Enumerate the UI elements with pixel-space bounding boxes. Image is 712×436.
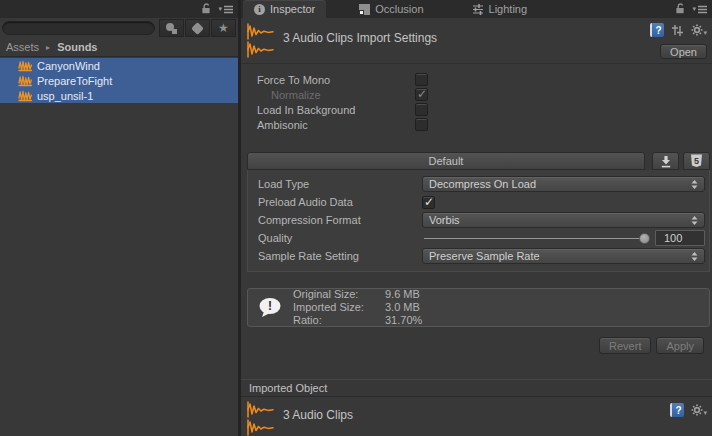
search-by-type-icon [166,23,177,34]
tab-inspector[interactable]: i Inspector [243,0,326,18]
size-info-box: Original Size: 9.6 MB Imported Size: 3.0… [247,288,710,327]
info-icon: i [254,4,265,15]
occlusion-icon [359,4,370,15]
info-label: Ratio: [293,314,385,327]
audio-clip-icon [18,75,33,87]
info-value: 9.6 MB [385,288,420,301]
imported-object-bar: Imported Object [241,379,712,397]
setting-label: Quality [248,232,422,244]
imported-object-title: 3 Audio Clips [283,408,353,422]
ambisonic-checkbox[interactable] [415,118,428,131]
platform-tabs: Default [247,152,710,170]
list-item[interactable]: CanyonWind [0,58,238,73]
menu-caret-icon: ▾ [218,6,222,12]
apply-button[interactable]: Apply [656,337,704,354]
gear-icon[interactable]: ▾ [691,24,707,36]
tab-lighting[interactable]: Lighting [461,0,539,18]
breadcrumb-arrow-icon: ▸ [46,43,50,52]
info-row: Original Size: 9.6 MB [293,288,422,301]
audio-clip-icon [18,60,33,72]
search-favorites-button[interactable]: ★ [211,19,236,37]
file-name: PrepareToFight [37,75,112,87]
setting-label: Load Type [248,178,422,190]
option-label: Force To Mono [241,74,415,86]
compression-format-dropdown[interactable]: Vorbis [422,212,705,228]
option-label: Ambisonic [241,119,415,131]
unity-editor-window: ▾ ★ Assets ▸ Sounds [0,0,712,436]
setting-label: Sample Rate Setting [248,250,422,262]
info-value: 3.0 MB [385,301,420,314]
panel-menu-icon[interactable]: ▾ [218,5,233,14]
force-to-mono-checkbox[interactable] [415,73,428,86]
preload-audio-data-checkbox[interactable]: ✓ [422,196,435,209]
notice-bubble-icon [258,297,284,319]
file-name: CanyonWind [37,60,100,72]
menu-caret-icon: ▾ [692,6,696,12]
star-icon: ★ [218,23,229,33]
tab-label: Inspector [270,3,315,15]
setting-label: Compression Format [248,214,422,226]
asset-list: CanyonWind PrepareToFight usp_unsil-1 [0,57,238,103]
platform-tab-webgl[interactable] [683,152,710,170]
sample-rate-dropdown[interactable]: Preserve Sample Rate [422,248,705,264]
setting-quality: Quality 100 [248,229,705,247]
project-panel: ▾ ★ Assets ▸ Sounds [0,0,238,436]
inspector-panel: i Inspector Occlusion Lighting ▾ [241,0,712,436]
search-by-type-button[interactable] [159,19,184,37]
dropdown-value: Decompress On Load [429,178,536,190]
breadcrumb: Assets ▸ Sounds [0,38,238,57]
search-by-label-button[interactable] [185,19,210,37]
info-row: Imported Size: 3.0 MB [293,301,422,314]
search-input[interactable] [2,21,155,35]
platform-settings-body: Load Type Decompress On Load Preload Aud… [247,170,710,272]
breadcrumb-assets[interactable]: Assets [6,41,39,53]
info-label: Imported Size: [293,301,385,314]
quality-slider[interactable] [422,230,647,246]
project-search-row: ★ [0,18,238,38]
revert-button[interactable]: Revert [599,337,651,354]
gear-icon[interactable]: ▾ [691,404,707,416]
quality-value-field[interactable]: 100 [655,230,705,246]
audio-clip-icon [246,23,276,59]
help-icon[interactable]: ? [650,23,664,37]
platform-tab-default[interactable]: Default [247,152,645,170]
list-item[interactable]: usp_unsil-1 [0,88,238,103]
preset-icon[interactable] [671,24,684,37]
dropdown-value: Preserve Sample Rate [429,250,540,262]
html5-icon [690,154,703,168]
gear-caret-icon: ▾ [703,30,707,36]
list-item[interactable]: PrepareToFight [0,73,238,88]
option-label: Load In Background [241,104,415,116]
tab-label: Occlusion [375,3,423,15]
info-value: 31.70% [385,314,422,327]
platform-tab-standalone[interactable] [652,152,679,170]
option-normalize: Normalize ✓ [241,87,712,102]
imported-object-header: 3 Audio Clips ? ▾ [241,397,712,436]
file-name: usp_unsil-1 [37,90,93,102]
dropdown-arrows-icon [691,216,698,225]
label-tag-icon [191,22,204,35]
gear-caret-icon: ▾ [703,410,707,416]
breadcrumb-current-folder[interactable]: Sounds [57,41,97,53]
help-icon[interactable]: ? [670,403,684,417]
checkmark-icon: ✓ [424,195,434,209]
lock-icon[interactable] [675,2,685,16]
dropdown-arrows-icon [691,252,698,261]
download-icon [659,155,673,168]
option-label: Normalize [241,89,415,101]
slider-knob[interactable] [639,233,650,244]
panel-menu-icon[interactable]: ▾ [692,5,707,14]
load-type-dropdown[interactable]: Decompress On Load [422,176,705,192]
tab-occlusion[interactable]: Occlusion [348,0,434,18]
import-options: Force To Mono Normalize ✓ Load In Backgr… [241,64,712,132]
setting-compression-format: Compression Format Vorbis [248,211,705,229]
setting-label: Preload Audio Data [248,196,422,208]
option-force-to-mono: Force To Mono [241,72,712,87]
load-in-background-checkbox[interactable] [415,103,428,116]
slider-track [424,238,644,239]
apply-revert-row: Revert Apply [241,337,712,354]
open-button[interactable]: Open [660,44,707,59]
import-settings-header: 3 Audio Clips Import Settings ? ▾ Open [241,18,712,64]
dropdown-arrows-icon [691,180,698,189]
lock-icon[interactable] [201,2,211,16]
